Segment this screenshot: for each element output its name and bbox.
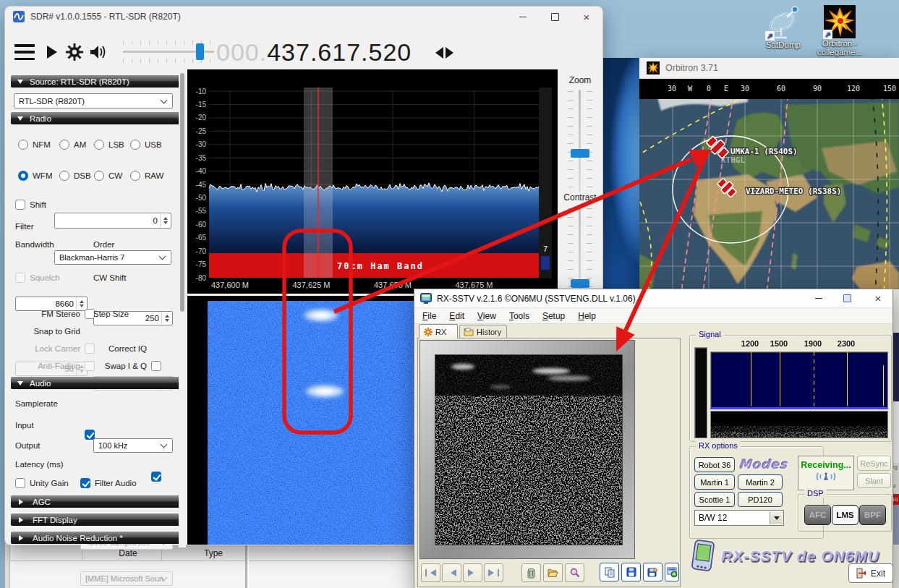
- next-image-button[interactable]: [463, 563, 482, 582]
- frequency-prefix[interactable]: 000.: [216, 38, 267, 67]
- orbitron-titlebar[interactable]: Orbitron 3.71: [639, 58, 899, 79]
- menu-edit[interactable]: Edit: [443, 310, 471, 323]
- volume-slider-thumb[interactable]: [196, 43, 204, 60]
- sdr-titlebar[interactable]: SDR# v1.0.0.1555 - RTL-SDR (R820T) ×: [5, 7, 602, 27]
- antenna-icon: [815, 471, 837, 482]
- upload-image-button[interactable]: [665, 563, 679, 581]
- bw-mode-dropdown[interactable]: B/W 12: [694, 510, 784, 526]
- floppy-pencil-icon: [647, 567, 658, 577]
- maximize-button[interactable]: [835, 290, 858, 307]
- lms-button[interactable]: LMS: [832, 505, 858, 525]
- maximize-button[interactable]: [539, 7, 571, 27]
- frequency-step-buttons[interactable]: [430, 47, 459, 59]
- anr-section-header[interactable]: Audio Noise Reduction *: [11, 532, 182, 544]
- shift-value-spinner[interactable]: 0: [54, 213, 171, 229]
- minimize-button[interactable]: [807, 290, 830, 307]
- unity-gain-checkbox[interactable]: Unity Gain: [15, 478, 69, 488]
- scrollbar-thumb[interactable]: [180, 73, 184, 312]
- zoom-slider-track[interactable]: [579, 90, 581, 192]
- filter-dropdown[interactable]: Blackman-Harris 7: [54, 250, 171, 265]
- exit-button[interactable]: Exit: [848, 563, 893, 583]
- menu-setup[interactable]: Setup: [536, 310, 571, 323]
- last-image-button[interactable]: [484, 563, 503, 582]
- spectrum-display[interactable]: -10-15-20-25-30-35-40-45-50-55-60-65-70-…: [187, 69, 558, 294]
- save-as-button[interactable]: [643, 563, 662, 581]
- play-button[interactable]: [47, 46, 64, 59]
- mode-radio-usb[interactable]: USB: [130, 140, 162, 150]
- squelch-checkbox[interactable]: Squelch: [15, 273, 60, 283]
- frequency-value[interactable]: 437.617.520: [267, 38, 412, 67]
- zoom-slider-thumb[interactable]: [571, 149, 589, 158]
- source-device-dropdown[interactable]: RTL-SDR (R820T): [14, 93, 173, 108]
- mode-radio-nfm[interactable]: NFM: [18, 140, 51, 150]
- close-button[interactable]: ×: [571, 7, 602, 27]
- satellite-label-umka: UMKA-1 (RS40S): [730, 147, 798, 156]
- menu-view[interactable]: View: [471, 310, 503, 323]
- swap-iq-checkbox[interactable]: [151, 361, 161, 371]
- panel-scrollbar[interactable]: [179, 70, 186, 547]
- agc-section-header[interactable]: AGC: [11, 495, 182, 508]
- mode-martin2-button[interactable]: Martin 2: [738, 474, 783, 490]
- mode-radio-cw[interactable]: CW: [94, 171, 122, 181]
- svg-text:-45: -45: [196, 181, 207, 189]
- zoom-image-button[interactable]: [565, 563, 584, 582]
- contrast-slider-thumb[interactable]: [571, 279, 589, 288]
- trash-icon: [527, 568, 536, 579]
- shift-checkbox[interactable]: Shift: [15, 200, 46, 210]
- column-header-type[interactable]: Type: [184, 548, 242, 558]
- step-size-dropdown[interactable]: 100 kHz: [93, 438, 173, 453]
- radio-section-header[interactable]: Radio: [11, 112, 182, 124]
- zoom-ticks: [568, 91, 574, 191]
- tab-rx[interactable]: RX: [419, 324, 458, 338]
- mode-radio-dsb[interactable]: DSB: [59, 171, 91, 181]
- copy-image-button[interactable]: [600, 563, 619, 581]
- svg-text:-10: -10: [196, 88, 207, 95]
- menu-tools[interactable]: Tools: [503, 310, 536, 323]
- resync-button[interactable]: ReSync: [857, 456, 891, 471]
- mode-radio-wfm[interactable]: WFM: [18, 171, 52, 181]
- mode-martin1-button[interactable]: Martin 1: [694, 474, 735, 490]
- rxsstv-titlebar[interactable]: RX-SSTV v.2.1.6 ©ON6MU (SSTVENG.DLL v.1.…: [414, 289, 892, 308]
- correct-iq-checkbox[interactable]: [151, 472, 161, 482]
- source-section-header[interactable]: Source: RTL-SDR (R820T): [11, 75, 182, 88]
- menu-file[interactable]: File: [416, 310, 443, 323]
- bpf-button[interactable]: BPF: [859, 505, 886, 525]
- filter-audio-checkbox[interactable]: Filter Audio: [80, 478, 137, 488]
- previous-image-button[interactable]: [442, 563, 461, 582]
- mode-radio-am[interactable]: AM: [59, 140, 86, 150]
- mode-scottie1-button[interactable]: Scottie 1: [694, 492, 735, 507]
- order-label: Order: [93, 240, 114, 249]
- fft-section-header[interactable]: FFT Display: [11, 514, 182, 526]
- step-left-icon[interactable]: [430, 47, 443, 59]
- close-button[interactable]: ×: [864, 290, 892, 307]
- cw-shift-label: CW Shift: [93, 273, 126, 282]
- scroll-strip[interactable]: [5, 543, 10, 588]
- delete-image-button[interactable]: [521, 563, 541, 582]
- slant-button[interactable]: Slant: [857, 473, 891, 488]
- world-map[interactable]: KTHGL UMKA-1 (RS40S) VIZARD-METEO (RS38S…: [639, 99, 899, 291]
- window-edge: [245, 543, 249, 588]
- audio-section-header[interactable]: Audio: [11, 377, 182, 389]
- bandwidth-spinner[interactable]: 8660: [15, 297, 88, 311]
- hamburger-menu-button[interactable]: [14, 44, 35, 60]
- save-image-button[interactable]: [621, 563, 641, 581]
- mode-robot36-button[interactable]: Robot 36: [694, 457, 735, 472]
- step-right-icon[interactable]: [446, 47, 459, 59]
- mode-pd120-button[interactable]: PD120: [738, 492, 783, 507]
- gear-icon[interactable]: [66, 43, 83, 61]
- first-image-button[interactable]: [421, 563, 440, 582]
- desktop-icon-orbitron[interactable]: ↗ Orbitron - collegame...: [809, 4, 870, 56]
- afc-button[interactable]: AFC: [804, 505, 831, 525]
- speaker-icon[interactable]: [90, 44, 108, 60]
- latency-label: Latency (ms): [15, 460, 63, 469]
- tab-history[interactable]: History: [459, 325, 507, 338]
- dropdown-arrow-button[interactable]: [770, 511, 783, 524]
- menu-help[interactable]: Help: [571, 310, 602, 323]
- desktop-icon-satdump[interactable]: ↗ SatDump: [753, 4, 814, 49]
- mode-radio-lsb[interactable]: LSB: [94, 140, 124, 150]
- minimize-button[interactable]: [507, 7, 539, 27]
- exit-door-icon: [856, 568, 866, 579]
- mode-radio-raw[interactable]: RAW: [130, 171, 163, 181]
- open-folder-button[interactable]: [543, 563, 563, 582]
- frequency-display[interactable]: 000.437.617.520: [216, 37, 412, 67]
